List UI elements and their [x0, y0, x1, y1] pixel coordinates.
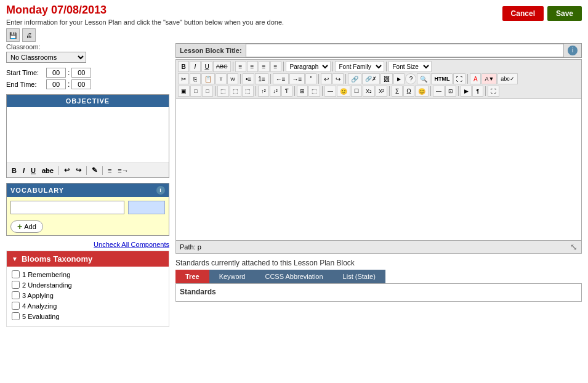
- vocab-input[interactable]: [10, 201, 124, 214]
- outdent-button[interactable]: ←≡: [273, 73, 289, 84]
- redo-button[interactable]: ↪: [332, 73, 344, 84]
- fullscreen-button[interactable]: ⛶: [453, 73, 465, 84]
- page-break-button[interactable]: ⊡: [445, 86, 456, 97]
- standards-tab-list[interactable]: List (State): [333, 270, 385, 283]
- ordered-list-button[interactable]: 1≡: [255, 73, 268, 84]
- align-center-button[interactable]: ≡: [247, 61, 258, 72]
- show-blocks-button[interactable]: ¶: [472, 86, 483, 97]
- classroom-select[interactable]: No Classrooms: [6, 52, 86, 63]
- editor-content[interactable]: [176, 99, 581, 240]
- objective-editor[interactable]: [7, 107, 169, 163]
- btn-r2[interactable]: □: [202, 86, 213, 97]
- vocab-add-button[interactable]: + Add: [10, 220, 43, 233]
- strikethrough-button[interactable]: ABC: [213, 61, 231, 72]
- table-col-button[interactable]: ⬚: [308, 86, 320, 97]
- align-right-button[interactable]: ≡: [259, 61, 270, 72]
- format-select[interactable]: Paragraph Heading 1 Heading 2 Heading 3: [286, 61, 331, 72]
- tb-sep-2: [283, 62, 284, 71]
- hr-button[interactable]: —: [324, 86, 336, 97]
- obj-italic-button[interactable]: I: [20, 166, 27, 175]
- emoji-button[interactable]: 😊: [415, 86, 429, 97]
- lesson-title-input[interactable]: [246, 44, 564, 57]
- print-icon[interactable]: 🖨: [22, 28, 36, 42]
- indent-button[interactable]: →≡: [289, 73, 305, 84]
- end-minute-input[interactable]: [71, 79, 91, 89]
- obj-bullet-button[interactable]: ≡: [105, 166, 114, 175]
- end-hour-input[interactable]: [46, 79, 66, 89]
- superscript-button[interactable]: X²: [376, 86, 387, 97]
- dash-button[interactable]: —: [433, 86, 445, 97]
- paste-button[interactable]: 📋: [201, 73, 215, 84]
- bg-color-button[interactable]: A▼: [481, 73, 497, 84]
- start-minute-input[interactable]: [71, 68, 91, 78]
- standards-tab-ccss[interactable]: CCSS Abbreviation: [255, 270, 332, 283]
- cut-button[interactable]: ✂: [178, 73, 189, 84]
- blooms-check-2[interactable]: [12, 281, 20, 289]
- paste-word-button[interactable]: W: [227, 73, 238, 84]
- right-panel: Lesson Block Title: i B I U ABC ≡ ≡ ≡ ≡ …: [175, 43, 582, 327]
- insert-image-button[interactable]: 🖼: [381, 73, 393, 84]
- spellcheck-button[interactable]: abc✓: [497, 73, 518, 84]
- unordered-list-button[interactable]: •≡: [243, 73, 254, 84]
- obj-redo-button[interactable]: ↪: [73, 165, 84, 175]
- maximize-button[interactable]: ⛶: [488, 86, 499, 97]
- obj-undo-button[interactable]: ↩: [62, 165, 72, 175]
- html-button[interactable]: HTML: [431, 73, 453, 84]
- vocab-info-icon[interactable]: i: [156, 186, 165, 195]
- preview-button[interactable]: ▶: [461, 86, 472, 97]
- vocabulary-section: VOCABULARY i + Add: [6, 183, 169, 236]
- underline-button[interactable]: U: [201, 61, 212, 72]
- align-left-button[interactable]: ≡: [235, 61, 246, 72]
- standards-tab-keyword[interactable]: Keyword: [209, 270, 256, 283]
- btn-r8[interactable]: Ƭ: [281, 86, 292, 97]
- obj-bold-button[interactable]: B: [9, 166, 19, 175]
- blooms-arrow-icon[interactable]: ▼: [12, 256, 18, 262]
- unlink-button[interactable]: 🔗✗: [362, 73, 380, 84]
- table-button[interactable]: ⊞: [297, 86, 308, 97]
- italic-button[interactable]: I: [190, 61, 201, 72]
- help-button[interactable]: ?: [405, 73, 416, 84]
- btn-r6[interactable]: ↑²: [258, 86, 269, 97]
- start-hour-input[interactable]: [46, 68, 66, 78]
- tb-sep-15: [430, 86, 431, 96]
- btn-r5[interactable]: ⬚: [242, 86, 254, 97]
- path-resize-handle[interactable]: ⤡: [570, 242, 578, 252]
- tb-sep-12: [294, 86, 295, 96]
- obj-highlight-button[interactable]: ✎: [89, 165, 100, 175]
- lesson-title-info-icon[interactable]: i: [568, 46, 578, 55]
- undo-button[interactable]: ↩: [321, 73, 332, 84]
- font-family-select[interactable]: Font Family: [335, 61, 384, 72]
- copy-button[interactable]: ⎘: [190, 73, 201, 84]
- template-button[interactable]: ▣: [178, 86, 190, 97]
- blooms-check-5[interactable]: [12, 312, 20, 320]
- cancel-button[interactable]: Cancel: [502, 6, 544, 21]
- find-button[interactable]: 🔍: [417, 73, 430, 84]
- standards-tab-tree[interactable]: Tree: [175, 270, 209, 283]
- link-button[interactable]: 🔗: [348, 73, 361, 84]
- omega-button[interactable]: Ω: [403, 86, 414, 97]
- btn-r4[interactable]: ⬚: [230, 86, 241, 97]
- paste-text-button[interactable]: T: [215, 73, 227, 84]
- sigma-button[interactable]: Σ: [392, 86, 403, 97]
- flash-button[interactable]: ▶: [393, 73, 405, 84]
- obj-strikethrough-button[interactable]: abc: [39, 166, 56, 175]
- save-button[interactable]: Save: [547, 6, 582, 21]
- blockquote-button[interactable]: ": [305, 73, 316, 84]
- font-size-select[interactable]: Font Size: [389, 61, 432, 72]
- align-justify-button[interactable]: ≡: [270, 61, 281, 72]
- btn-r7[interactable]: ↓²: [270, 86, 281, 97]
- btn-r3[interactable]: ⬚: [217, 86, 229, 97]
- blooms-check-1[interactable]: [12, 270, 20, 278]
- btn-r1[interactable]: □: [190, 86, 201, 97]
- bold-button[interactable]: B: [178, 61, 189, 72]
- save-small-icon[interactable]: 💾: [6, 28, 20, 42]
- obj-underline-button[interactable]: U: [28, 166, 38, 175]
- uncheck-all-link[interactable]: Uncheck All Components: [6, 241, 169, 248]
- smiley-button[interactable]: 🙂: [337, 86, 350, 97]
- subscript-button[interactable]: X₂: [363, 86, 375, 97]
- blooms-check-3[interactable]: [12, 291, 20, 299]
- obj-indent-button[interactable]: ≡→: [115, 166, 131, 175]
- blooms-check-4[interactable]: [12, 302, 20, 310]
- font-color-button[interactable]: A: [470, 73, 481, 84]
- embed-button[interactable]: ☐: [351, 86, 362, 97]
